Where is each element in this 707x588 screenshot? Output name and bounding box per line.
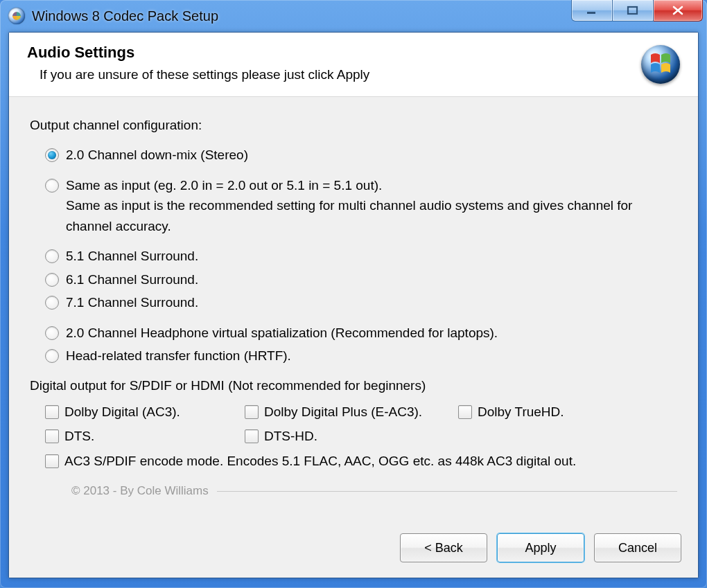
radio-icon bbox=[45, 179, 59, 193]
checkbox-label: AC3 S/PDIF encode mode. Encodes 5.1 FLAC… bbox=[64, 451, 576, 471]
app-icon bbox=[8, 8, 25, 24]
back-button[interactable]: < Back bbox=[400, 533, 487, 562]
check-ac3-spdif-encode[interactable]: AC3 S/PDIF encode mode. Encodes 5.1 FLAC… bbox=[45, 451, 677, 471]
radio-label: 5.1 Channel Surround. bbox=[66, 246, 677, 266]
minimize-button[interactable] bbox=[571, 0, 613, 21]
maximize-button[interactable] bbox=[613, 0, 654, 21]
radio-icon bbox=[45, 326, 59, 340]
checkbox-icon bbox=[45, 405, 59, 419]
cancel-button-label: Cancel bbox=[618, 541, 657, 555]
cancel-button[interactable]: Cancel bbox=[594, 533, 681, 562]
close-button[interactable] bbox=[654, 0, 703, 21]
checkbox-icon bbox=[245, 429, 259, 443]
checkbox-icon bbox=[45, 454, 59, 468]
checkbox-label: Dolby TrueHD. bbox=[478, 402, 564, 422]
svg-rect-2 bbox=[628, 7, 637, 14]
checkbox-icon bbox=[245, 405, 259, 419]
caption-buttons bbox=[571, 0, 703, 21]
radio-headphone-virtual[interactable]: 2.0 Channel Headphone virtual spatializa… bbox=[45, 323, 677, 343]
window-title: Windows 8 Codec Pack Setup bbox=[32, 8, 218, 24]
installer-window: Windows 8 Codec Pack Setup Audio Setting… bbox=[0, 0, 707, 588]
copyright-line: © 2013 - By Cole Williams bbox=[71, 482, 677, 500]
output-channel-label: Output channel configuration: bbox=[30, 115, 677, 135]
radio-label: Head-related transfer function (HRTF). bbox=[66, 346, 677, 366]
apply-button-label: Apply bbox=[525, 541, 556, 555]
copyright-text: © 2013 - By Cole Williams bbox=[71, 482, 209, 500]
radio-same-as-input[interactable]: Same as input (eg. 2.0 in = 2.0 out or 5… bbox=[45, 175, 677, 236]
page-header: Audio Settings If you are unsure of thes… bbox=[9, 33, 698, 97]
check-dolby-digital-plus[interactable]: Dolby Digital Plus (E-AC3). bbox=[245, 402, 453, 422]
radio-label: 6.1 Channel Surround. bbox=[66, 269, 677, 289]
radio-label: 7.1 Channel Surround. bbox=[66, 292, 677, 312]
checkbox-icon bbox=[45, 429, 59, 443]
apply-button[interactable]: Apply bbox=[497, 533, 584, 562]
svg-rect-1 bbox=[587, 12, 595, 14]
radio-5-1[interactable]: 5.1 Channel Surround. bbox=[45, 246, 677, 266]
radio-stereo[interactable]: 2.0 Channel down-mix (Stereo) bbox=[45, 145, 677, 165]
radio-icon bbox=[45, 349, 59, 363]
radio-hrtf[interactable]: Head-related transfer function (HRTF). bbox=[45, 346, 677, 366]
divider bbox=[217, 491, 677, 492]
radio-label: 2.0 Channel down-mix (Stereo) bbox=[66, 145, 677, 165]
radio-label: Same as input (eg. 2.0 in = 2.0 out or 5… bbox=[66, 175, 677, 236]
check-dts-hd[interactable]: DTS-HD. bbox=[245, 426, 453, 446]
check-dts[interactable]: DTS. bbox=[45, 426, 239, 446]
page-subtitle: If you are unsure of these settings plea… bbox=[40, 67, 680, 82]
radio-label: 2.0 Channel Headphone virtual spatializa… bbox=[66, 323, 677, 343]
footer: < Back Apply Cancel bbox=[9, 518, 698, 578]
page-heading: Audio Settings bbox=[27, 44, 680, 62]
radio-icon bbox=[45, 249, 59, 263]
radio-6-1[interactable]: 6.1 Channel Surround. bbox=[45, 269, 677, 289]
digital-output-label: Digital output for S/PDIF or HDMI (Not r… bbox=[30, 375, 677, 395]
checkbox-icon bbox=[458, 405, 472, 419]
radio-icon bbox=[45, 296, 59, 310]
radio-7-1[interactable]: 7.1 Channel Surround. bbox=[45, 292, 677, 312]
digital-checkbox-grid: Dolby Digital (AC3). Dolby Digital Plus … bbox=[45, 402, 677, 471]
check-dolby-truehd[interactable]: Dolby TrueHD. bbox=[458, 402, 677, 422]
radio-icon bbox=[45, 273, 59, 287]
client-area: Audio Settings If you are unsure of thes… bbox=[8, 32, 699, 578]
radio-icon bbox=[45, 148, 59, 162]
windows-orb-icon bbox=[641, 45, 680, 84]
page-body: Output channel configuration: 2.0 Channe… bbox=[9, 97, 698, 518]
check-dolby-digital[interactable]: Dolby Digital (AC3). bbox=[45, 402, 239, 422]
checkbox-label: Dolby Digital (AC3). bbox=[64, 402, 180, 422]
checkbox-label: DTS. bbox=[64, 426, 94, 446]
checkbox-label: DTS-HD. bbox=[264, 426, 317, 446]
back-button-label: < Back bbox=[424, 541, 463, 555]
checkbox-label: Dolby Digital Plus (E-AC3). bbox=[264, 402, 422, 422]
